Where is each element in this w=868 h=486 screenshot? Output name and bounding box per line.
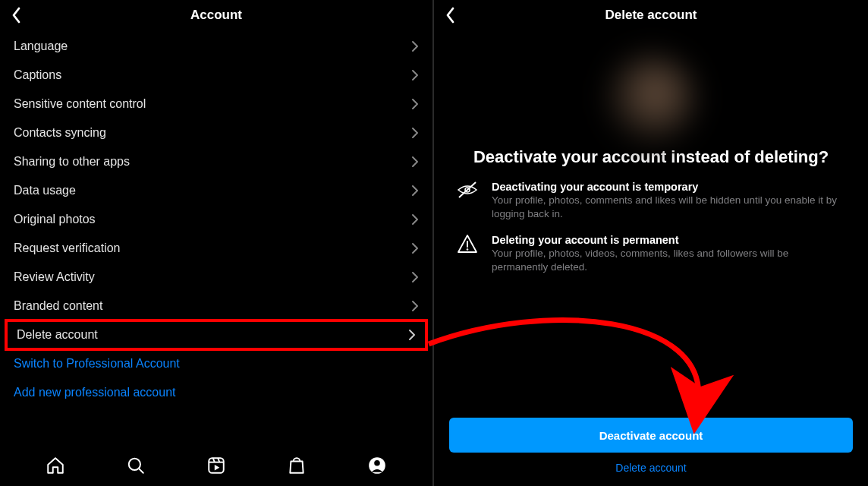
bottom-nav: [0, 444, 432, 486]
chevron-right-icon: [411, 98, 419, 110]
svg-line-9: [459, 182, 476, 197]
chevron-right-icon: [411, 40, 419, 52]
settings-row-captions[interactable]: Captions: [0, 61, 432, 90]
settings-label: Captions: [14, 68, 411, 82]
settings-row-branded-content[interactable]: Branded content: [0, 292, 432, 320]
settings-row-contacts-syncing[interactable]: Contacts syncing: [0, 118, 432, 147]
settings-row-language[interactable]: Language: [0, 32, 432, 61]
delete-account-panel: Delete account Deactivate your account i…: [434, 0, 868, 486]
settings-label: Data usage: [14, 184, 411, 197]
warning-triangle-icon: [455, 234, 480, 273]
info-sub: Your profile, photos, comments and likes…: [492, 194, 847, 220]
settings-row-data-usage[interactable]: Data usage: [0, 176, 432, 205]
settings-label: Request verification: [14, 241, 411, 255]
chevron-right-icon: [411, 156, 419, 168]
account-header: Account: [0, 0, 432, 30]
info-deactivate: Deactivating your account is temporary Y…: [452, 181, 850, 220]
page-title: Delete account: [605, 8, 697, 23]
svg-point-11: [467, 249, 469, 251]
settings-row-original-photos[interactable]: Original photos: [0, 205, 432, 234]
svg-point-7: [374, 459, 380, 465]
settings-list: Language Captions Sensitive content cont…: [0, 30, 432, 444]
chevron-right-icon: [411, 213, 419, 226]
info-sub: Your profile, photos, videos, comments, …: [492, 247, 847, 273]
info-title: Deleting your account is permanent: [492, 234, 847, 246]
link-switch-professional[interactable]: Switch to Professional Account: [0, 349, 432, 378]
settings-row-review-activity[interactable]: Review Activity: [0, 263, 432, 292]
settings-row-sensitive-content[interactable]: Sensitive content control: [0, 90, 432, 118]
settings-label: Sensitive content control: [14, 97, 411, 111]
settings-label: Sharing to other apps: [14, 155, 411, 169]
back-icon[interactable]: [11, 6, 23, 28]
settings-row-delete-account[interactable]: Delete account: [5, 319, 428, 351]
account-settings-panel: Account Language Captions Sensitive cont…: [0, 0, 434, 486]
svg-rect-2: [209, 458, 224, 473]
settings-label: Review Activity: [14, 270, 411, 284]
chevron-right-icon: [411, 242, 419, 254]
settings-row-request-verification[interactable]: Request verification: [0, 234, 432, 263]
settings-label: Contacts syncing: [14, 126, 411, 140]
back-icon[interactable]: [445, 6, 457, 28]
nav-reels-icon[interactable]: [201, 456, 231, 475]
delete-account-link[interactable]: Delete account: [449, 462, 853, 478]
nav-shop-icon[interactable]: [281, 456, 312, 475]
chevron-right-icon: [411, 300, 419, 312]
bottom-actions: Deactivate account Delete account: [434, 418, 868, 486]
avatar: [605, 53, 697, 144]
page-title: Account: [190, 8, 242, 23]
deactivate-headline: Deactivate your account instead of delet…: [473, 147, 829, 167]
svg-line-1: [139, 469, 143, 472]
settings-label: Language: [14, 39, 411, 53]
nav-home-icon[interactable]: [40, 456, 71, 475]
chevron-right-icon: [411, 185, 419, 197]
info-delete: Deleting your account is permanent Your …: [452, 234, 850, 273]
chevron-right-icon: [411, 69, 419, 81]
delete-header: Delete account: [434, 0, 868, 30]
link-add-professional[interactable]: Add new professional account: [0, 378, 432, 407]
eye-slash-icon: [455, 181, 480, 220]
deactivate-button[interactable]: Deactivate account: [449, 418, 853, 453]
nav-search-icon[interactable]: [121, 456, 151, 475]
chevron-right-icon: [411, 127, 419, 139]
settings-label: Original photos: [14, 213, 411, 226]
settings-label: Delete account: [17, 328, 408, 342]
settings-row-sharing[interactable]: Sharing to other apps: [0, 147, 432, 176]
nav-profile-icon[interactable]: [362, 456, 392, 475]
chevron-right-icon: [411, 271, 419, 283]
chevron-right-icon: [408, 329, 416, 341]
info-title: Deactivating your account is temporary: [492, 181, 847, 193]
settings-label: Branded content: [14, 299, 411, 313]
delete-content: Deactivate your account instead of delet…: [434, 30, 868, 418]
